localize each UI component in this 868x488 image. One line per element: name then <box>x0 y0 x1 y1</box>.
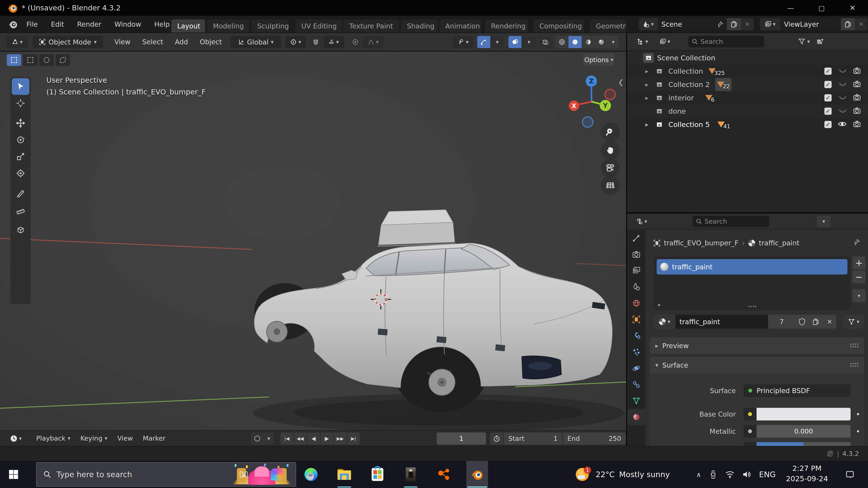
taskbar-blender-icon[interactable] <box>466 461 488 488</box>
workspace-tab-compositing[interactable]: Compositing <box>533 20 584 33</box>
outliner-display-mode-button[interactable] <box>655 35 675 48</box>
outliner-editor-type-button[interactable] <box>633 35 653 48</box>
list-resize-grip[interactable] <box>748 305 757 308</box>
select-mode-lasso-button[interactable] <box>56 54 70 66</box>
car-model[interactable] <box>240 198 626 430</box>
menu-view[interactable]: View <box>108 38 136 46</box>
gizmo-dropdown[interactable] <box>491 36 504 48</box>
scene-copy-button[interactable] <box>727 18 741 30</box>
tool-cursor[interactable] <box>12 95 29 111</box>
next-keyframe-button[interactable]: ▶▶ <box>334 432 346 445</box>
tool-select-box[interactable] <box>12 78 29 95</box>
collection-checkbox[interactable]: ✓ <box>825 94 832 101</box>
taskbar-explorer-icon[interactable] <box>333 461 355 488</box>
tab-tool[interactable] <box>627 230 645 246</box>
outliner-row-interior[interactable]: ▸ interior 6 ✓ <box>627 91 868 104</box>
tool-add-cube[interactable] <box>12 221 29 238</box>
menu-help[interactable]: Help <box>149 20 175 28</box>
expand-arrow-icon[interactable]: ▸ <box>645 81 648 88</box>
tool-annotate[interactable] <box>12 185 29 201</box>
properties-editor-type-button[interactable] <box>632 215 652 228</box>
maximize-button[interactable]: ▢ <box>806 0 837 16</box>
frame-start-field[interactable]: Start1 <box>504 432 562 445</box>
new-collection-button[interactable] <box>816 37 825 46</box>
snap-settings-dropdown[interactable] <box>323 36 344 48</box>
use-preview-range-button[interactable] <box>490 432 503 445</box>
viewlayer-remove-button[interactable]: ✕ <box>855 18 868 30</box>
taskbar-search-input[interactable]: Type here to search <box>36 462 296 487</box>
workspace-tab-layout[interactable]: Layout <box>171 20 205 33</box>
viewport-3d[interactable]: Options User Perspective (1) Scene Colle… <box>0 52 626 430</box>
expand-arrow-icon[interactable]: ▸ <box>645 68 648 74</box>
tab-world[interactable] <box>627 295 645 311</box>
expand-arrow-icon[interactable]: ▸ <box>645 121 648 128</box>
disable-render-icon[interactable] <box>853 120 861 128</box>
scene-browse-button[interactable] <box>639 18 658 30</box>
zoom-button[interactable] <box>601 123 620 142</box>
tray-capture-icon[interactable] <box>709 470 717 479</box>
menu-file[interactable]: File <box>22 20 43 28</box>
ortho-toggle-button[interactable] <box>601 176 620 195</box>
object-visibility-dropdown[interactable] <box>453 36 473 48</box>
taskbar-copilot-icon[interactable] <box>266 461 288 488</box>
menu-timeline-view[interactable]: View <box>112 434 138 442</box>
tab-constraints[interactable] <box>627 377 645 393</box>
node-tree-button[interactable] <box>843 315 864 329</box>
disable-render-icon[interactable] <box>853 67 861 75</box>
tool-move[interactable] <box>12 115 29 131</box>
workspace-tab-geometry-nodes[interactable]: Geometry N <box>590 20 626 33</box>
preview-panel-header[interactable]: ▸ Preview <box>650 337 864 354</box>
breadcrumb-object[interactable]: traffic_EVO_bumper_F <box>664 239 739 247</box>
hide-viewport-icon[interactable] <box>839 69 846 72</box>
proportional-falloff-dropdown[interactable] <box>363 36 383 48</box>
taskbar-edge-icon[interactable] <box>300 461 322 488</box>
blender-menu-icon[interactable] <box>8 20 18 29</box>
menu-marker[interactable]: Marker <box>138 434 170 442</box>
workspace-tab-shading[interactable]: Shading <box>401 20 438 33</box>
taskbar-clock[interactable]: 2:27 PM 2025-09-24 <box>782 464 832 483</box>
task-view-button[interactable] <box>233 461 254 488</box>
outliner-row-collection-2[interactable]: ▸ Collection 2 22 ✓ <box>627 78 868 91</box>
pin-icon[interactable] <box>717 21 723 27</box>
xray-toggle[interactable] <box>539 36 552 48</box>
collection-checkbox[interactable]: ✓ <box>825 68 832 75</box>
overlays-dropdown[interactable] <box>522 36 536 48</box>
base-color-socket[interactable] <box>743 408 756 420</box>
tab-object[interactable] <box>627 311 645 328</box>
panel-grip-icon[interactable] <box>850 362 859 368</box>
tab-render[interactable] <box>627 246 645 263</box>
show-overlays-toggle[interactable] <box>508 36 522 48</box>
animate-dot[interactable] <box>857 413 859 415</box>
tool-measure[interactable] <box>12 201 29 218</box>
notification-center-button[interactable] <box>839 461 861 488</box>
tray-expand-icon[interactable]: ∧ <box>696 470 701 479</box>
auto-keying-dropdown[interactable] <box>264 436 274 441</box>
eye-icon[interactable] <box>838 121 846 128</box>
animate-dot[interactable] <box>857 430 859 432</box>
roughness-slider[interactable]: 0.500 <box>756 442 850 446</box>
tab-particles[interactable] <box>627 344 645 360</box>
unlink-material-button[interactable]: ✕ <box>823 315 836 329</box>
menu-render[interactable]: Render <box>72 20 106 28</box>
shading-solid-button[interactable] <box>568 36 582 48</box>
menu-edit[interactable]: Edit <box>46 20 69 28</box>
start-button[interactable] <box>3 461 24 488</box>
frame-end-field[interactable]: End250 <box>563 432 626 445</box>
auto-keying-toggle[interactable] <box>251 435 264 442</box>
wifi-icon[interactable] <box>725 470 735 479</box>
current-frame-field[interactable]: 1 <box>437 432 486 445</box>
pin-icon[interactable] <box>853 238 860 246</box>
tool-rotate[interactable] <box>12 131 29 148</box>
copy-material-button[interactable] <box>809 315 823 329</box>
play-button[interactable]: ▶ <box>320 432 333 445</box>
camera-view-button[interactable] <box>601 158 620 177</box>
workspace-tab-uv-editing[interactable]: UV Editing <box>296 20 342 33</box>
material-name-field[interactable]: traffic_paint <box>675 315 768 329</box>
tab-scene[interactable] <box>627 279 645 295</box>
prev-keyframe-button[interactable]: ◀◀ <box>294 432 307 445</box>
hide-viewport-icon[interactable] <box>839 96 846 99</box>
browse-material-button[interactable] <box>654 315 675 329</box>
outliner-row-collection-5[interactable]: ▸ Collection 5 41 ✓ <box>627 118 868 131</box>
options-button[interactable]: Options <box>583 54 615 66</box>
outliner-row-collection[interactable]: ▸ Collection 325 ✓ <box>627 64 868 78</box>
